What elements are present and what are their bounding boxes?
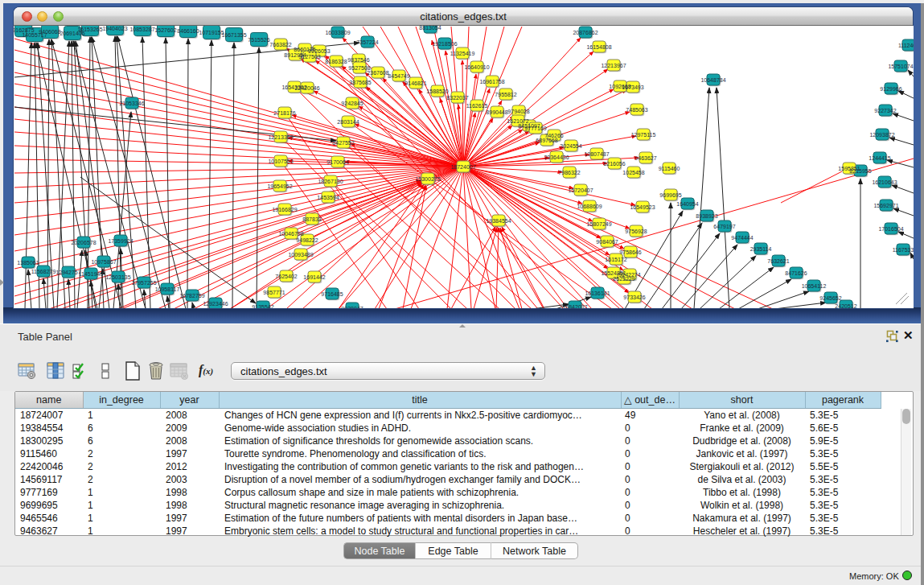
svg-text:15807249: 15807249	[586, 221, 611, 227]
svg-text:10958117: 10958117	[155, 286, 180, 292]
svg-text:12923446: 12923446	[203, 301, 228, 307]
svg-text:1112463: 1112463	[898, 43, 914, 48]
svg-text:20364436: 20364436	[544, 154, 569, 160]
svg-text:8186328: 8186328	[325, 59, 347, 64]
svg-text:2226053: 2226053	[308, 48, 330, 54]
svg-text:1527602: 1527602	[154, 27, 176, 33]
svg-text:9028047: 9028047	[341, 306, 363, 309]
svg-text:9716485: 9716485	[321, 291, 343, 297]
svg-text:12093872: 12093872	[869, 132, 894, 138]
svg-text:9127503: 9127503	[298, 54, 320, 60]
svg-text:17016504: 17016504	[878, 226, 903, 232]
svg-text:9129966: 9129966	[880, 86, 901, 92]
svg-text:2420512: 2420512	[835, 303, 856, 309]
svg-text:17957255: 17957255	[131, 280, 156, 286]
svg-text:9733426: 9733426	[623, 295, 645, 300]
svg-text:10654112: 10654112	[802, 283, 827, 289]
svg-text:9146821: 9146821	[405, 80, 426, 86]
svg-text:10719155: 10719155	[199, 30, 224, 35]
svg-text:9699695: 9699695	[659, 192, 681, 198]
svg-text:1673493: 1673493	[622, 84, 643, 90]
svg-text:12213369: 12213369	[268, 134, 293, 140]
svg-text:9227342: 9227342	[874, 108, 896, 113]
svg-text:17359924: 17359924	[108, 238, 133, 244]
svg-text:19404023: 19404023	[102, 26, 127, 31]
svg-text:16136141: 16136141	[585, 290, 610, 296]
svg-text:1615172: 1615172	[605, 257, 626, 262]
svg-text:19654952: 19654952	[267, 183, 292, 189]
svg-text:6897568: 6897568	[536, 138, 557, 143]
svg-text:16961758: 16961758	[479, 79, 504, 84]
svg-text:10853287: 10853287	[129, 27, 154, 32]
svg-text:9115460: 9115460	[659, 166, 680, 171]
svg-text:2718176: 2718176	[273, 110, 295, 116]
svg-text:7515526: 7515526	[248, 37, 269, 43]
svg-text:1162615: 1162615	[466, 103, 488, 109]
svg-text:8990448: 8990448	[486, 109, 507, 115]
svg-text:9756928: 9756928	[625, 229, 647, 234]
svg-text:16033809: 16033809	[325, 30, 350, 35]
svg-text:6216056: 6216056	[603, 161, 625, 167]
svg-text:15751074: 15751074	[888, 64, 913, 69]
svg-text:9777169: 9777169	[524, 126, 546, 131]
svg-text:887833: 887833	[302, 216, 321, 222]
svg-text:9406068: 9406068	[39, 29, 60, 35]
svg-text:2803144: 2803144	[337, 119, 359, 125]
svg-text:15300275: 15300275	[415, 176, 440, 182]
svg-text:11451945: 11451945	[79, 271, 104, 277]
svg-text:7485063: 7485063	[626, 107, 647, 113]
svg-text:7955812: 7955812	[495, 92, 516, 97]
svg-text:10046798: 10046798	[278, 231, 303, 237]
svg-text:9242845: 9242845	[341, 101, 363, 106]
svg-text:16210643: 16210643	[872, 179, 897, 185]
svg-text:1167533: 1167533	[893, 247, 914, 253]
svg-text:1385061: 1385061	[17, 260, 39, 266]
svg-text:10807487: 10807487	[584, 151, 609, 157]
svg-text:20876862: 20876862	[573, 30, 598, 35]
svg-text:1025458: 1025458	[622, 170, 644, 175]
svg-text:16549523: 16549523	[630, 204, 655, 210]
svg-text:1588520: 1588520	[426, 89, 448, 94]
svg-text:2935114: 2935114	[750, 246, 772, 252]
svg-text:10648784: 10648784	[700, 77, 725, 83]
svg-text:3875685: 3875685	[349, 80, 371, 85]
svg-text:18267130: 18267130	[318, 179, 343, 184]
svg-text:11568279: 11568279	[31, 269, 56, 274]
svg-text:16782759: 16782759	[179, 293, 204, 299]
svg-text:7357224: 7357224	[356, 39, 378, 45]
svg-text:12942757: 12942757	[55, 270, 80, 275]
svg-text:746266: 746266	[544, 133, 563, 138]
svg-text:15692971: 15692971	[873, 203, 898, 208]
svg-text:15720407: 15720407	[568, 187, 593, 193]
svg-text:8427552: 8427552	[332, 140, 354, 146]
svg-text:12503135: 12503135	[105, 274, 130, 280]
svg-text:1691442: 1691442	[303, 274, 325, 280]
svg-text:9837546: 9837546	[347, 57, 369, 63]
svg-text:20206578: 20206578	[71, 240, 96, 245]
svg-text:9498222: 9498222	[296, 237, 318, 243]
svg-text:1640954: 1640954	[676, 201, 698, 207]
svg-text:9135542: 9135542	[252, 304, 273, 309]
svg-text:9170064: 9170064	[326, 159, 348, 165]
svg-text:8454749: 8454749	[388, 73, 409, 79]
svg-text:7632621: 7632621	[767, 258, 789, 264]
svg-text:16640910: 16640910	[464, 64, 489, 70]
svg-text:12975115: 12975115	[631, 132, 656, 138]
svg-text:3024554: 3024554	[560, 143, 581, 149]
svg-text:1453594: 1453594	[317, 195, 339, 200]
svg-text:10975867: 10975867	[91, 259, 116, 265]
svg-text:9245652: 9245652	[819, 295, 841, 301]
svg-text:10107553: 10107553	[268, 159, 293, 164]
svg-text:8813054: 8813054	[419, 26, 441, 31]
svg-text:16153265: 16153265	[77, 27, 102, 32]
svg-text:21053346: 21053346	[119, 101, 144, 106]
svg-text:19218506: 19218506	[432, 41, 457, 47]
svg-text:8466160: 8466160	[177, 28, 199, 34]
svg-text:7625402: 7625402	[275, 274, 297, 279]
svg-text:8322037: 8322037	[446, 95, 468, 101]
svg-text:8938923: 8938923	[696, 213, 717, 219]
svg-text:8471626: 8471626	[785, 270, 807, 276]
svg-text:16842037: 16842037	[562, 304, 587, 309]
svg-text:12213967: 12213967	[601, 63, 626, 68]
svg-text:9794028: 9794028	[507, 109, 529, 114]
